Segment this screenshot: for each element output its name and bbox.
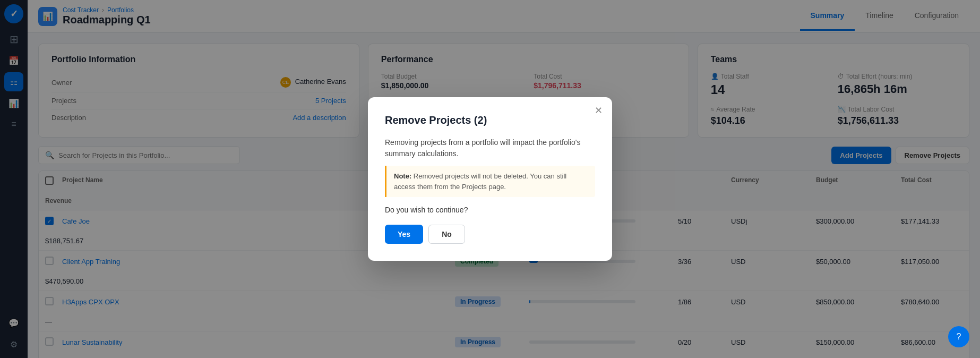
modal-note: Note: Removed projects will not be delet… (385, 166, 595, 197)
modal-note-text: Removed projects will not be deleted. Yo… (394, 172, 566, 191)
remove-projects-modal: Remove Projects (2) ✕ Removing projects … (368, 97, 612, 261)
modal-title: Remove Projects (2) (385, 114, 595, 126)
modal-no-button[interactable]: No (428, 225, 465, 244)
modal-body: Removing projects from a portfolio will … (385, 137, 595, 159)
modal-actions: Yes No (385, 225, 595, 244)
modal-note-prefix: Note: (394, 172, 411, 180)
help-button[interactable]: ? (948, 326, 969, 347)
modal-yes-button[interactable]: Yes (385, 225, 423, 244)
modal-question: Do you wish to continue? (385, 206, 595, 214)
modal-overlay[interactable]: Remove Projects (2) ✕ Removing projects … (0, 0, 980, 358)
modal-close-button[interactable]: ✕ (595, 106, 603, 115)
